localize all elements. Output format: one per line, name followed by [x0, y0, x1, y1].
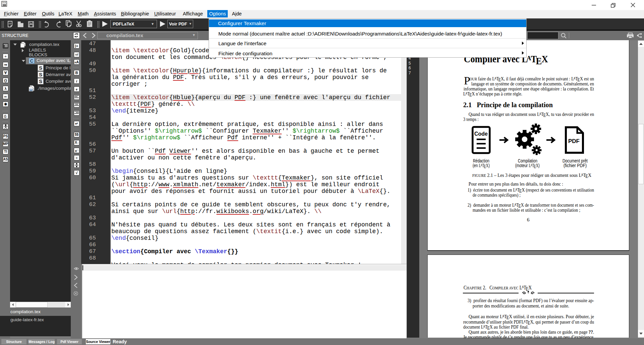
svg-text:Code: Code [474, 131, 488, 137]
svg-text:PDF: PDF [568, 138, 580, 144]
